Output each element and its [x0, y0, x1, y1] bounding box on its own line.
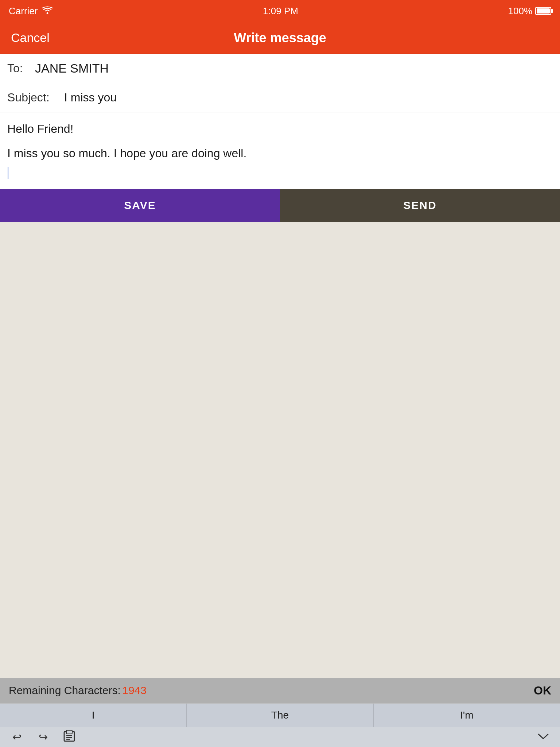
subject-input[interactable]	[64, 91, 553, 104]
message-line-2: I miss you so much. I hope you are doing…	[7, 144, 553, 163]
wifi-icon	[42, 5, 53, 17]
clipboard-icon	[63, 729, 75, 744]
svg-point-0	[47, 12, 48, 14]
chevron-down-icon	[537, 732, 549, 742]
undo-button[interactable]: ↩	[7, 729, 26, 745]
remaining-characters-area: Remaining Characters: 1943	[9, 684, 147, 697]
remaining-label: Remaining Characters:	[9, 684, 121, 696]
save-button[interactable]: SAVE	[0, 189, 280, 222]
suggestion-im[interactable]: I'm	[374, 704, 560, 727]
keyboard-suggestions: I The I'm	[0, 703, 560, 727]
ok-button[interactable]: OK	[534, 684, 551, 697]
send-button[interactable]: SEND	[280, 189, 560, 222]
status-bar-time: 1:09 PM	[263, 5, 298, 17]
svg-rect-3	[66, 730, 72, 734]
clipboard-button[interactable]	[60, 729, 79, 745]
remaining-count: 1943	[122, 684, 147, 696]
redo-icon: ↪	[39, 731, 48, 743]
button-row: SAVE SEND	[0, 189, 560, 222]
form-area: To: Subject: Hello Friend! I miss you so…	[0, 54, 560, 189]
keyboard-chevron-button[interactable]	[534, 729, 553, 745]
bottom-bar: Remaining Characters: 1943 OK	[0, 678, 560, 703]
to-input[interactable]	[35, 61, 553, 76]
content-background	[0, 222, 560, 687]
redo-button[interactable]: ↪	[34, 729, 52, 745]
to-label: To:	[7, 62, 29, 75]
page-title: Write message	[234, 22, 326, 54]
suggestion-i[interactable]: I	[0, 704, 187, 727]
undo-icon: ↩	[12, 731, 22, 743]
message-cursor-line	[7, 163, 553, 181]
status-bar-left: Carrier	[9, 5, 53, 17]
battery-percent: 100%	[508, 5, 533, 17]
status-bar-right: 100%	[508, 5, 552, 17]
to-row: To:	[0, 54, 560, 83]
suggestion-the[interactable]: The	[187, 704, 373, 727]
message-area: Hello Friend! I miss you so much. I hope…	[0, 112, 560, 189]
status-bar: Carrier 1:09 PM 100%	[0, 0, 560, 22]
keyboard-toolbar: ↩ ↪	[0, 727, 560, 747]
cancel-button[interactable]: Cancel	[11, 31, 50, 45]
message-content: Hello Friend! I miss you so much. I hope…	[7, 120, 553, 182]
nav-bar: Cancel Write message	[0, 22, 560, 54]
carrier-label: Carrier	[9, 5, 38, 17]
message-line-1: Hello Friend!	[7, 120, 553, 138]
subject-row: Subject:	[0, 83, 560, 112]
battery-icon	[535, 7, 551, 15]
subject-label: Subject:	[7, 91, 58, 104]
